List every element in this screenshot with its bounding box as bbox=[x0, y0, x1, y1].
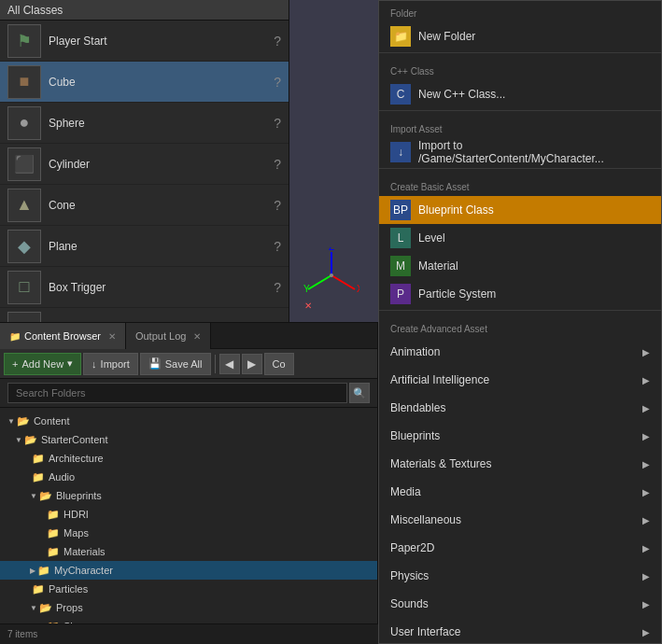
folder-label-my-character: MyCharacter bbox=[54, 565, 113, 576]
menu-item-sounds[interactable]: Sounds▶ bbox=[379, 590, 661, 618]
menu-item-new-folder[interactable]: 📁New Folder bbox=[379, 22, 661, 50]
folder-item-particles[interactable]: 📁 Particles bbox=[0, 580, 377, 598]
import-label: Import bbox=[101, 358, 130, 370]
folder-icon-audio: 📁 bbox=[32, 471, 45, 483]
menu-icon-blueprint-class: BP bbox=[390, 200, 411, 220]
import-button[interactable]: ↓ Import bbox=[83, 353, 138, 375]
menu-arrow-user-interface: ▶ bbox=[642, 627, 650, 637]
class-info-cylinder[interactable]: ? bbox=[274, 157, 281, 172]
menu-item-miscellaneous[interactable]: Miscellaneous▶ bbox=[379, 506, 661, 534]
co-button[interactable]: Co bbox=[264, 353, 294, 375]
menu-item-materials-textures[interactable]: Materials & Textures▶ bbox=[379, 450, 661, 478]
menu-section-label-cpp-class: C++ Class bbox=[379, 63, 661, 80]
folder-item-content[interactable]: ▼ 📂 Content bbox=[0, 412, 377, 430]
folder-label-audio: Audio bbox=[49, 471, 75, 483]
class-icon-symbol-cone: ▲ bbox=[16, 195, 33, 215]
folder-item-audio[interactable]: 📁 Audio bbox=[0, 468, 377, 486]
svg-text:Z: Z bbox=[329, 247, 334, 252]
menu-item-artificial-intelligence[interactable]: Artificial Intelligence▶ bbox=[379, 366, 661, 394]
folder-icon-hdri: 📁 bbox=[47, 509, 60, 521]
menu-section-create-advanced-asset: Create Advanced AssetAnimation▶Artificia… bbox=[379, 316, 661, 644]
folder-item-my-character[interactable]: ▶ 📁 MyCharacter bbox=[0, 561, 377, 580]
menu-icon-new-folder: 📁 bbox=[390, 26, 411, 47]
class-icon-symbol-plane: ◆ bbox=[18, 236, 31, 257]
menu-item-particle-system[interactable]: PParticle System bbox=[379, 280, 661, 308]
menu-item-new-cpp-class[interactable]: CNew C++ Class... bbox=[379, 80, 661, 108]
menu-item-physics[interactable]: Physics▶ bbox=[379, 562, 661, 590]
menu-arrow-materials-textures: ▶ bbox=[642, 459, 650, 469]
class-info-cube[interactable]: ? bbox=[274, 75, 281, 90]
folder-item-hdri[interactable]: 📁 HDRI bbox=[0, 505, 377, 524]
folder-icon-props: 📂 bbox=[39, 602, 52, 614]
folder-label-maps: Maps bbox=[63, 527, 89, 539]
folder-item-props[interactable]: ▼ 📂 Props bbox=[0, 598, 377, 617]
menu-item-blueprints[interactable]: Blueprints▶ bbox=[379, 422, 661, 450]
add-icon: + bbox=[12, 358, 18, 370]
folder-item-starter-content[interactable]: ▼ 📂 StarterContent bbox=[0, 430, 377, 449]
class-item-cone[interactable]: ▲ Cone ? bbox=[0, 185, 289, 226]
menu-divider-folder bbox=[379, 52, 661, 53]
co-label: Co bbox=[273, 358, 286, 370]
class-info-box-trigger[interactable]: ? bbox=[274, 280, 281, 295]
tab-content-browser-label: Content Browser bbox=[24, 330, 101, 342]
folder-item-blueprints[interactable]: ▼ 📂 Blueprints bbox=[0, 486, 377, 505]
menu-item-import-to-game[interactable]: ↓Import to /Game/StarterContent/MyCharac… bbox=[379, 138, 661, 166]
folder-item-architecture[interactable]: 📁 Architecture bbox=[0, 449, 377, 468]
menu-item-animation[interactable]: Animation▶ bbox=[379, 338, 661, 366]
all-classes-panel: All Classes ⚑ Player Start ? ■ Cube ? ● … bbox=[0, 0, 289, 322]
menu-icon-material: M bbox=[390, 256, 411, 276]
folder-arrow-starter-content: ▼ bbox=[15, 436, 22, 444]
class-info-sphere[interactable]: ? bbox=[274, 116, 281, 131]
menu-section-cpp-class: C++ ClassCNew C++ Class... bbox=[379, 59, 661, 117]
toolbar-sep bbox=[215, 355, 216, 373]
add-new-button[interactable]: + Add New ▾ bbox=[4, 353, 81, 375]
menu-item-level[interactable]: LLevel bbox=[379, 224, 661, 252]
class-item-sphere[interactable]: ● Sphere ? bbox=[0, 103, 289, 144]
class-item-box-trigger[interactable]: □ Box Trigger ? bbox=[0, 267, 289, 308]
menu-item-label-user-interface: User Interface bbox=[390, 625, 635, 638]
menu-item-label-artificial-intelligence: Artificial Intelligence bbox=[390, 373, 635, 386]
class-item-cylinder[interactable]: ⬛ Cylinder ? bbox=[0, 144, 289, 185]
status-bar: 7 items bbox=[0, 623, 378, 644]
item-count: 7 items bbox=[7, 629, 37, 639]
class-info-player-start[interactable]: ? bbox=[274, 34, 281, 49]
tab-output-log[interactable]: Output Log ✕ bbox=[126, 323, 211, 349]
folder-arrow-blueprints: ▼ bbox=[30, 492, 37, 500]
folder-icon-materials: 📁 bbox=[47, 546, 60, 558]
menu-item-blendables[interactable]: Blendables▶ bbox=[379, 394, 661, 422]
class-info-cone[interactable]: ? bbox=[274, 198, 281, 213]
save-all-button[interactable]: 💾 Save All bbox=[140, 353, 211, 375]
search-folders-input[interactable] bbox=[7, 383, 347, 403]
import-icon: ↓ bbox=[92, 358, 97, 370]
class-item-player-start[interactable]: ⚑ Player Start ? bbox=[0, 21, 289, 62]
menu-arrow-physics: ▶ bbox=[642, 571, 650, 581]
menu-item-user-interface[interactable]: User Interface▶ bbox=[379, 618, 661, 644]
context-dropdown-menu: Folder📁New FolderC++ ClassCNew C++ Class… bbox=[378, 0, 662, 644]
menu-section-label-folder: Folder bbox=[379, 5, 661, 22]
class-icon-symbol-cylinder: ⬛ bbox=[14, 154, 35, 175]
nav-back-button[interactable]: ◀ bbox=[219, 354, 240, 374]
class-item-cube[interactable]: ■ Cube ? bbox=[0, 62, 289, 103]
tab-output-log-label: Output Log bbox=[135, 330, 186, 342]
folder-label-props: Props bbox=[56, 602, 83, 613]
menu-item-paper2d[interactable]: Paper2D▶ bbox=[379, 534, 661, 562]
tab-output-log-close[interactable]: ✕ bbox=[193, 331, 201, 342]
folder-label-content: Content bbox=[34, 415, 70, 427]
folder-item-maps[interactable]: 📁 Maps bbox=[0, 524, 377, 542]
nav-forward-button[interactable]: ▶ bbox=[242, 354, 262, 374]
folder-icon-maps: 📁 bbox=[47, 527, 60, 539]
menu-arrow-artificial-intelligence: ▶ bbox=[642, 375, 650, 385]
tab-content-browser[interactable]: 📁 Content Browser ✕ bbox=[0, 323, 126, 349]
menu-item-media[interactable]: Media▶ bbox=[379, 478, 661, 506]
tab-content-browser-close[interactable]: ✕ bbox=[108, 331, 116, 342]
menu-item-blueprint-class[interactable]: BPBlueprint Class bbox=[379, 196, 661, 224]
menu-item-label-new-cpp-class: New C++ Class... bbox=[418, 88, 650, 101]
menu-item-material[interactable]: MMaterial bbox=[379, 252, 661, 280]
class-item-plane[interactable]: ◆ Plane ? bbox=[0, 226, 289, 267]
class-info-plane[interactable]: ? bbox=[274, 239, 281, 254]
search-button[interactable]: 🔍 bbox=[349, 383, 370, 403]
menu-item-label-particle-system: Particle System bbox=[418, 287, 650, 301]
add-new-arrow: ▾ bbox=[67, 357, 73, 370]
save-icon: 💾 bbox=[148, 357, 162, 370]
folder-item-materials[interactable]: 📁 Materials bbox=[0, 542, 377, 561]
